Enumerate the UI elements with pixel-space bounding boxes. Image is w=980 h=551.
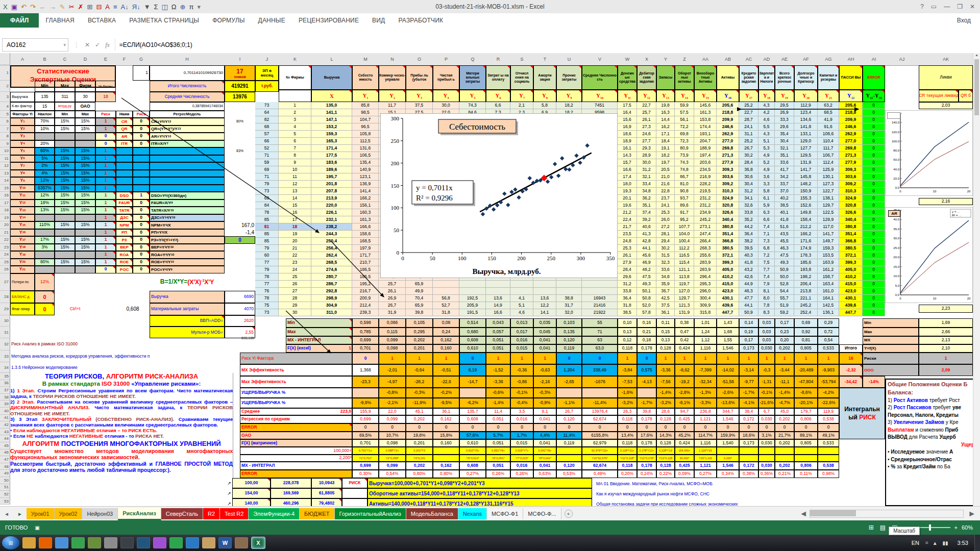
b-av-M[interactable]: 155,9: [352, 408, 379, 415]
b-er-M[interactable]: 0: [352, 423, 379, 432]
mid-hdr-N[interactable]: Коммер ческо-управле: [379, 65, 406, 90]
cell-AF19[interactable]: 166,2: [794, 231, 818, 238]
cell-AA26[interactable]: 295,3: [694, 281, 717, 288]
row-header-36[interactable]: 36: [0, 380, 10, 387]
cell-AC10[interactable]: 36,8: [739, 166, 758, 173]
f-model[interactable]: РП=Y3/X: [150, 229, 225, 237]
b-er-AG[interactable]: 0: [818, 423, 839, 432]
xy-AC[interactable]: Y17: [739, 90, 758, 102]
mid-hdr-L[interactable]: Выручка: [311, 65, 352, 90]
cell-AF1[interactable]: 112,9: [794, 102, 818, 109]
hdr-firm[interactable]: Фирм: [75, 81, 95, 92]
b-fx-Y[interactable]: 0,128: [656, 344, 675, 353]
cell-AC1[interactable]: 25,2: [739, 102, 758, 109]
taskbar-icon-10[interactable]: [186, 537, 199, 548]
cell-AG30[interactable]: 136,1: [818, 309, 839, 316]
cell-AI24[interactable]: 0: [863, 266, 885, 273]
cell-AI1[interactable]: 0: [863, 102, 885, 109]
f-risk1[interactable]: 1: [95, 162, 116, 170]
b-mx-Y[interactable]: -7,56: [656, 376, 675, 388]
b-mx-Q[interactable]: -14,7: [459, 376, 486, 388]
column-header-Q[interactable]: Q: [459, 53, 486, 66]
column-header-AJ[interactable]: AJ: [885, 53, 919, 66]
cell-P30[interactable]: 31,8: [433, 309, 459, 316]
cell-AE16[interactable]: 40,1: [775, 209, 794, 216]
h-scroll-right[interactable]: ►: [964, 509, 980, 518]
brow-label-10[interactable]: Регрессия по средним: [240, 415, 352, 423]
row-header-49[interactable]: 49: [0, 470, 10, 477]
cell-AE6[interactable]: 30,4: [775, 138, 794, 145]
b-y2-S[interactable]: Y7^0,015*: [510, 455, 533, 462]
factor-Y7[interactable]: Y7: [10, 162, 35, 170]
cell-AE22[interactable]: 47,5: [775, 252, 794, 259]
sheet-tab-ГоризонтальныйАнализ[interactable]: ГоризонтальныйАнализ: [335, 508, 406, 519]
cell-Y6[interactable]: 18,4: [656, 138, 675, 145]
cell-AE19[interactable]: 43,5: [775, 231, 794, 238]
f-name[interactable]: TATR: [116, 207, 133, 214]
cell-N28[interactable]: 26,9: [379, 295, 406, 302]
b-y1-N[interactable]: 0,098*Y2+: [379, 447, 406, 455]
cell-AD16[interactable]: 6,3: [758, 209, 775, 216]
oao-lbl[interactable]: ОАО: [75, 102, 95, 111]
cell-Y4[interactable]: 16,2: [656, 123, 675, 131]
cr-v1[interactable]: 2,03: [919, 102, 973, 109]
b-d2-AD[interactable]: -21,6%: [758, 398, 775, 408]
column-header-AG[interactable]: AG: [818, 53, 840, 66]
cr-v3[interactable]: 2,23: [919, 305, 973, 313]
f-risk2[interactable]: 0: [133, 259, 150, 266]
cell-AC21[interactable]: 39,5: [739, 245, 758, 252]
f-d[interactable]: [75, 133, 95, 140]
cell-R27[interactable]: [486, 288, 510, 295]
xy-AF[interactable]: Y20: [794, 90, 818, 102]
b-ef-AD[interactable]: -0,3: [758, 364, 775, 376]
row-header-28[interactable]: 28: [0, 291, 10, 303]
f-model[interactable]: TATR=X/Y10: [150, 207, 225, 214]
cell-K8[interactable]: 8: [279, 152, 311, 159]
b-d1-W[interactable]: -1,6%: [618, 388, 637, 398]
xy-T[interactable]: Y8: [533, 90, 556, 102]
row-header-13[interactable]: 13: [0, 170, 10, 178]
cell-AG13[interactable]: 122,7: [818, 188, 839, 195]
b-oa-U[interactable]: 11,4%: [556, 432, 582, 439]
b-ef-Y[interactable]: -3,36: [656, 364, 675, 376]
f-c[interactable]: 15%: [55, 207, 75, 214]
tab-nav-left[interactable]: ◄: [0, 511, 13, 517]
b-oa-AC[interactable]: 18,6%: [739, 432, 758, 439]
cell-AB7[interactable]: 269,8: [717, 145, 739, 152]
cell-L26[interactable]: 286,7: [311, 281, 352, 288]
cell-AA25[interactable]: 296,4: [694, 273, 717, 281]
cell-AF18[interactable]: 212,2: [794, 223, 818, 231]
b-mx-X[interactable]: -4,13: [637, 376, 656, 388]
f-b[interactable]: 20%: [35, 140, 55, 148]
cell-AG14[interactable]: 138,1: [818, 195, 839, 202]
cell-AH13[interactable]: 310,3: [839, 188, 863, 195]
b-ah-4[interactable]: 16: [839, 353, 863, 364]
column-header-K[interactable]: K: [279, 53, 312, 66]
cell-AI10[interactable]: 0: [863, 166, 885, 173]
b-er-N[interactable]: 0: [379, 423, 406, 432]
b-mi-R[interactable]: 0,051: [486, 462, 510, 470]
cell-Z8[interactable]: 73,9: [675, 152, 694, 159]
cell-AF6[interactable]: 129,0: [794, 138, 818, 145]
f-d[interactable]: 15%: [75, 244, 95, 252]
column-header-AD[interactable]: AD: [758, 53, 775, 66]
f-risk2[interactable]: 0: [133, 236, 150, 244]
b-rk-V[interactable]: 0: [582, 353, 618, 364]
taskbar-icon-6[interactable]: [120, 537, 134, 548]
cell-AI17[interactable]: 0: [863, 216, 885, 223]
b-oa-T[interactable]: 4,4%: [533, 432, 556, 439]
cell-U1[interactable]: 18,2: [556, 102, 582, 109]
cell-K16[interactable]: 16: [279, 209, 311, 216]
b-y1-AB[interactable]: [717, 447, 739, 455]
xy-AH[interactable]: Y22: [839, 90, 863, 102]
b-mi-T[interactable]: 0,041: [533, 462, 556, 470]
b-y2-AE[interactable]: [775, 455, 794, 462]
b-rg-AA[interactable]: 1,121: [694, 415, 717, 423]
add-sheet-icon[interactable]: +: [565, 510, 573, 518]
cell-AD19[interactable]: 7,1: [758, 231, 775, 238]
b-mm-M[interactable]: 0,699: [352, 336, 379, 344]
b-d2-AC[interactable]: -4,1%: [739, 398, 758, 408]
cell-AI6[interactable]: 0: [863, 138, 885, 145]
f-name[interactable]: [116, 147, 133, 155]
b-av-R[interactable]: 11,4: [486, 408, 510, 415]
